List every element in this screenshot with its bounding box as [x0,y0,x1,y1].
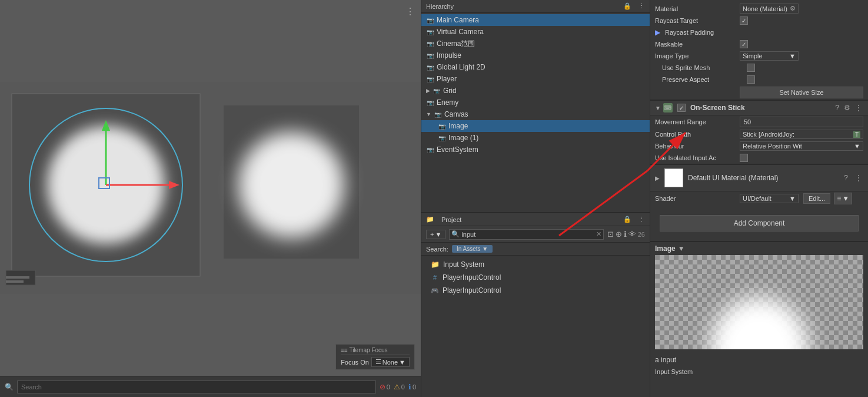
hierarchy-item-enemy[interactable]: 📷 Enemy [421,97,650,108]
use-sprite-mesh-label: Use Sprite Mesh [662,64,744,71]
grid-icon: 📷 [433,87,441,95]
shader-list-btn[interactable]: ≡ ▼ [834,193,852,204]
info-icon: ℹ [408,383,411,391]
oss-collapse-arrow[interactable]: ▼ [655,105,661,111]
material-section-name: Default UI Material (Material) [688,174,838,182]
use-isolated-checkbox[interactable] [740,154,748,162]
hierarchy-lock-icon[interactable]: 🔒 [623,2,631,10]
filter-icon[interactable]: ⊕ [616,230,622,239]
project-panel: 📁 Project 🔒 ⋮ + ▼ 🔍 ✕ ⊡ ⊕ [421,212,650,397]
search-clear-btn[interactable]: ✕ [596,230,601,238]
maskable-checkbox[interactable] [740,40,748,48]
raycast-target-row: Raycast Target [650,15,868,27]
project-toolbar: + ▼ 🔍 ✕ ⊡ ⊕ ℹ 👁 26 [421,226,650,243]
material-dropdown[interactable]: None (Material) ⚙ [740,4,799,14]
folder-search-icon[interactable]: ⊡ [607,230,614,239]
error-count: 0 [387,383,390,391]
tilemap-title: ≡≡ Tilemap Focus [341,347,410,355]
hierarchy-tab: Hierarchy 🔒 ⋮ [421,0,650,13]
movement-range-input[interactable]: 50 [740,117,863,127]
hierarchy-item-grid[interactable]: ▶ 📷 Grid [421,85,650,97]
hierarchy-item-label: Cinema范围 [437,39,475,49]
add-btn[interactable]: + ▼ [426,230,445,239]
control-path-dropdown[interactable]: Stick [AndroidJoy: T [740,130,863,139]
oss-settings-icon[interactable]: ⚙ [843,104,852,112]
scene-more-btn[interactable]: ⋮ [405,6,415,17]
project-more-icon[interactable]: ⋮ [638,216,645,223]
hierarchy-more-icon[interactable]: ⋮ [638,2,645,10]
impulse-icon: 📷 [426,51,434,59]
add-component-btn[interactable]: Add Component [660,215,859,231]
project-item-input-system[interactable]: 📁 Input System [421,258,650,271]
hierarchy-item-cinema[interactable]: 📷 Cinema范围 [421,38,650,49]
preserve-aspect-label: Preserve Aspect [662,76,744,83]
material-help-icon[interactable]: ? [843,174,849,182]
count-value: 26 [638,231,645,238]
hierarchy-item-image-1[interactable]: 📷 Image (1) [421,132,650,144]
hierarchy-item-player[interactable]: 📷 Player [421,73,650,85]
file-name: Input System [443,260,484,269]
project-files-list: 📁 Input System # PlayerInputControl 🎮 Pl… [421,256,650,397]
view-icon[interactable]: 👁 [628,230,636,239]
scene-view[interactable]: ≡≡ Tilemap Focus Focus On ☰ None ▼ ⋮ [0,0,421,376]
hierarchy-item-label: Main Camera [437,16,479,24]
image-type-label: Image Type [655,52,737,59]
set-native-size-btn[interactable]: Set Native Size [740,87,863,98]
hierarchy-item-impulse[interactable]: 📷 Impulse [421,49,650,61]
project-item-player-input-control-2[interactable]: 🎮 PlayerInputControl [421,284,650,297]
search-icon: 🔍 [5,383,14,391]
file-name: PlayerInputControl [443,273,501,282]
raycast-target-checkbox[interactable] [740,16,748,25]
image-type-value: Simple [743,52,763,59]
camera-icon: 📷 [426,16,434,24]
focus-label: Focus On [341,359,369,366]
oss-help-icon[interactable]: ? [834,104,840,112]
tilemap-title-text: Tilemap Focus [349,347,387,353]
image-preview-header: Image ▼ [655,244,863,253]
shader-dropdown[interactable]: UI/Default ▼ [740,194,799,203]
image-type-dropdown[interactable]: Simple ▼ [740,51,799,61]
hierarchy-item-canvas[interactable]: ▼ 📷 Canvas [421,108,650,120]
search-filter-row: Search: In Assets ▼ [421,243,650,256]
image-icon: 📷 [438,122,446,130]
canvas-triangle-icon: ▼ [426,111,431,117]
hierarchy-item-main-camera[interactable]: 📷 Main Camera [421,14,650,26]
hierarchy-item-label: Image (1) [448,134,478,142]
movement-range-label: Movement Range [655,118,737,125]
search-input[interactable] [17,381,376,393]
error-icon: ⊘ [380,383,385,391]
search-icon-project: 🔍 [451,230,460,238]
in-assets-badge[interactable]: In Assets ▼ [452,245,493,253]
none-dropdown[interactable]: ☰ None ▼ [371,357,410,367]
control-path-t: T [853,131,860,138]
preserve-aspect-checkbox[interactable] [747,75,755,84]
hierarchy-item-global-light[interactable]: 📷 Global Light 2D [421,61,650,73]
material-section-header: ▶ Default UI Material (Material) ? ⋮ [650,165,868,191]
oss-more-icon[interactable]: ⋮ [854,104,863,112]
use-sprite-mesh-checkbox[interactable] [747,64,755,72]
control-path-label: Control Path [655,131,737,138]
material-more-icon[interactable]: ⋮ [854,174,863,182]
on-screen-stick-header: ▼ ⌨ On-Screen Stick ? ⚙ ⋮ [650,101,868,115]
in-assets-label: In Assets [457,246,481,252]
project-item-player-input-control-1[interactable]: # PlayerInputControl [421,271,650,284]
image-preview-arrow: ▼ [678,244,685,253]
oss-icon-symbol: ⌨ [664,105,671,111]
hierarchy-item-virtual-camera[interactable]: 📷 Virtual Camera [421,26,650,38]
maskable-row: Maskable [650,38,868,50]
svg-point-10 [238,132,344,238]
hierarchy-item-eventsystem[interactable]: 📷 EventSystem [421,144,650,156]
project-search-input[interactable] [449,229,603,240]
info-icon-project[interactable]: ℹ [624,230,627,239]
oss-enabled-checkbox[interactable] [677,104,686,112]
folder-icon-item: 📁 [431,260,440,269]
movement-range-value: 50 [744,118,751,125]
behaviour-dropdown[interactable]: Relative Position Wit ▼ [740,141,863,151]
info-count: 0 [413,383,416,391]
project-lock-icon[interactable]: 🔒 [623,216,631,223]
material-section-arrow[interactable]: ▶ [655,175,660,181]
edit-shader-btn[interactable]: Edit... [803,193,830,204]
eventsystem-icon: 📷 [426,145,434,154]
svg-rect-13 [6,280,24,283]
hierarchy-item-image[interactable]: 📷 Image [421,120,650,132]
